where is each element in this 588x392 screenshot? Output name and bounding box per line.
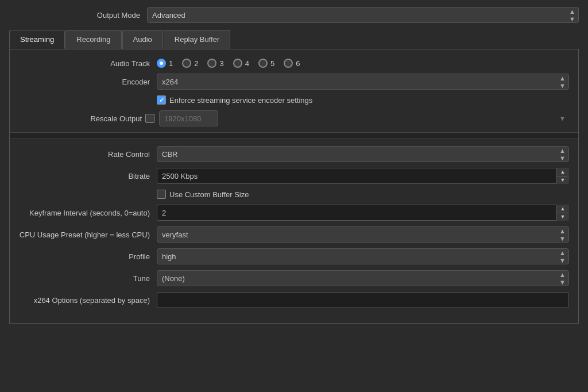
tune-select[interactable]: (None) film animation grain stillimage p… <box>157 270 569 286</box>
enforce-streaming-checkbox[interactable]: ✓ <box>157 95 166 105</box>
keyframe-interval-wrapper: ▲ ▼ <box>157 205 569 221</box>
custom-buffer-checkbox[interactable] <box>157 190 166 199</box>
x264-options-row: x264 Options (separated by space) <box>10 292 578 308</box>
cpu-preset-label: CPU Usage Preset (higher = less CPU) <box>19 230 157 239</box>
keyframe-interval-input[interactable] <box>157 205 569 221</box>
rate-control-row: Rate Control CBR VBR ABR CRF CQP ▲ ▼ <box>10 146 578 162</box>
profile-select[interactable]: high baseline main <box>157 248 569 264</box>
keyframe-increment-button[interactable]: ▲ <box>556 205 569 213</box>
tune-select-wrapper: (None) film animation grain stillimage p… <box>157 270 569 286</box>
tabs-row: Streaming Recording Audio Replay Buffer <box>9 30 579 49</box>
tune-label: Tune <box>19 274 157 283</box>
content-area: Audio Track 1 2 3 4 <box>9 49 579 324</box>
bitrate-increment-button[interactable]: ▲ <box>556 168 569 176</box>
rate-control-select[interactable]: CBR VBR ABR CRF CQP <box>157 146 569 162</box>
keyframe-interval-row: Keyframe Interval (seconds, 0=auto) ▲ ▼ <box>10 205 578 221</box>
output-mode-row: Output Mode Advanced Simple ▲ ▼ <box>9 7 579 23</box>
encoder-select-wrapper: x264 NVENC H.264 QuickSync H.264 ▲ ▼ <box>157 74 569 90</box>
rescale-output-checkbox[interactable] <box>145 114 154 123</box>
checkmark-icon: ✓ <box>159 97 164 104</box>
x264-options-field-wrapper <box>157 292 569 308</box>
encoder-row: Encoder x264 NVENC H.264 QuickSync H.264… <box>10 74 578 90</box>
audio-track-label: Audio Track <box>19 59 157 68</box>
radio-circle-3 <box>207 59 216 68</box>
output-mode-label: Output Mode <box>9 11 147 20</box>
cpu-preset-select[interactable]: veryfast ultrafast superfast faster fast… <box>157 226 569 243</box>
bitrate-row: Bitrate ▲ ▼ <box>10 168 578 184</box>
tab-replay-buffer[interactable]: Replay Buffer <box>164 30 231 49</box>
x264-options-label: x264 Options (separated by space) <box>19 296 157 305</box>
profile-select-wrapper: high baseline main ▲ ▼ <box>157 248 569 264</box>
rate-control-select-wrapper: CBR VBR ABR CRF CQP ▲ ▼ <box>157 146 569 162</box>
enforce-streaming-row: ✓ Enforce streaming service encoder sett… <box>10 95 578 105</box>
audio-track-row: Audio Track 1 2 3 4 <box>10 59 578 68</box>
x264-options-input[interactable] <box>157 292 569 308</box>
rescale-output-label: Rescale Output <box>19 114 145 123</box>
radio-circle-1 <box>157 59 166 68</box>
radio-circle-5 <box>258 59 268 68</box>
keyframe-interval-label: Keyframe Interval (seconds, 0=auto) <box>19 209 157 217</box>
radio-track-5[interactable]: 5 <box>258 59 274 68</box>
bitrate-spinner-buttons: ▲ ▼ <box>556 168 569 184</box>
rescale-arrow-icon: ▼ <box>559 115 566 122</box>
encoder-label: Encoder <box>19 78 157 86</box>
tab-streaming[interactable]: Streaming <box>9 30 65 49</box>
main-container: Output Mode Advanced Simple ▲ ▼ Streamin… <box>0 0 588 392</box>
section-divider <box>10 132 578 139</box>
radio-circle-6 <box>284 59 293 68</box>
custom-buffer-checkbox-item[interactable]: Use Custom Buffer Size <box>157 190 249 199</box>
radio-track-3[interactable]: 3 <box>207 59 223 68</box>
output-mode-select[interactable]: Advanced Simple <box>147 7 579 23</box>
radio-track-1[interactable]: 1 <box>157 59 173 68</box>
bitrate-decrement-button[interactable]: ▼ <box>556 176 569 185</box>
tab-recording[interactable]: Recording <box>65 30 121 49</box>
cpu-preset-select-wrapper: veryfast ultrafast superfast faster fast… <box>157 226 569 243</box>
rescale-output-row: Rescale Output 1920x1080 1280x720 854x48… <box>10 110 578 126</box>
custom-buffer-label: Use Custom Buffer Size <box>169 190 249 199</box>
enforce-streaming-label: Enforce streaming service encoder settin… <box>169 96 312 105</box>
keyframe-spinner-buttons: ▲ ▼ <box>556 205 569 221</box>
keyframe-decrement-button[interactable]: ▼ <box>556 213 569 221</box>
encoder-select[interactable]: x264 NVENC H.264 QuickSync H.264 <box>157 74 569 90</box>
bitrate-label: Bitrate <box>19 172 157 180</box>
profile-row: Profile high baseline main ▲ ▼ <box>10 248 578 264</box>
radio-track-2[interactable]: 2 <box>182 59 198 68</box>
output-mode-select-wrapper: Advanced Simple ▲ ▼ <box>147 7 579 23</box>
profile-label: Profile <box>19 252 157 261</box>
tab-audio[interactable]: Audio <box>122 30 163 49</box>
audio-track-group: 1 2 3 4 5 <box>157 59 569 68</box>
cpu-preset-row: CPU Usage Preset (higher = less CPU) ver… <box>10 226 578 243</box>
rescale-output-select[interactable]: 1920x1080 1280x720 854x480 <box>159 110 218 126</box>
radio-track-4[interactable]: 4 <box>233 59 249 68</box>
rescale-select-wrapper: 1920x1080 1280x720 854x480 ▼ <box>159 110 569 126</box>
tune-row: Tune (None) film animation grain stillim… <box>10 270 578 286</box>
radio-circle-2 <box>182 59 191 68</box>
radio-track-6[interactable]: 6 <box>284 59 300 68</box>
custom-buffer-row: Use Custom Buffer Size <box>10 190 578 199</box>
rate-control-label: Rate Control <box>19 150 157 159</box>
bitrate-input[interactable] <box>157 168 569 184</box>
enforce-streaming-checkbox-item[interactable]: ✓ Enforce streaming service encoder sett… <box>157 95 312 105</box>
radio-circle-4 <box>233 59 242 68</box>
bitrate-spinner-wrapper: ▲ ▼ <box>157 168 569 184</box>
